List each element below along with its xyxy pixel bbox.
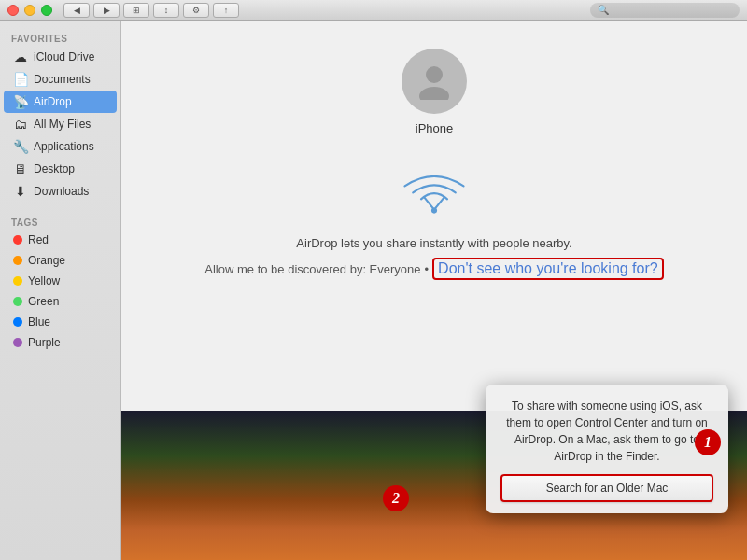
popup-text: To share with someone using iOS, ask the…: [500, 398, 713, 465]
airdrop-signal-icon: [402, 163, 467, 223]
device-avatar: [402, 49, 467, 114]
sidebar-item-blue[interactable]: Blue: [4, 312, 117, 332]
landscape-background: To share with someone using iOS, ask the…: [121, 411, 747, 560]
action-button[interactable]: ⚙: [183, 3, 209, 18]
content-pane: iPhone AirDrop lets you s: [121, 21, 747, 560]
main-layout: Favorites ☁ iCloud Drive 📄 Documents 📡 A…: [0, 21, 747, 560]
dont-see-link[interactable]: Don't see who you're looking for?: [432, 258, 664, 280]
discovery-prefix: Allow me to be discovered by: Everyone: [204, 262, 420, 276]
red-dot-icon: [13, 235, 22, 245]
titlebar-search[interactable]: 🔍: [590, 3, 740, 18]
airdrop-description: AirDrop lets you share instantly with pe…: [296, 236, 571, 250]
sidebar-item-label: Green: [28, 295, 59, 308]
airdrop-area: iPhone AirDrop lets you s: [121, 21, 747, 411]
all-my-files-icon: 🗂: [13, 117, 28, 132]
person-icon: [416, 63, 453, 100]
titlebar-controls: ◀ ▶ ⊞ ↕ ⚙ ↑: [63, 3, 239, 18]
close-button[interactable]: [7, 5, 19, 16]
arrange-button[interactable]: ↕: [153, 3, 179, 18]
back-button[interactable]: ◀: [63, 3, 90, 18]
maximize-button[interactable]: [41, 5, 52, 16]
traffic-lights: [7, 5, 52, 16]
sidebar-item-purple[interactable]: Purple: [4, 332, 117, 353]
orange-dot-icon: [13, 256, 22, 265]
airdrop-icon: 📡: [13, 94, 28, 109]
sidebar-item-label: Downloads: [34, 185, 89, 198]
favorites-label: Favorites: [0, 28, 120, 46]
documents-icon: 📄: [13, 72, 28, 87]
sidebar-item-label: AirDrop: [34, 95, 72, 108]
device-section: iPhone: [402, 49, 467, 135]
blue-dot-icon: [13, 317, 22, 327]
sidebar-item-yellow[interactable]: Yellow: [4, 271, 117, 291]
sidebar-item-label: Purple: [28, 336, 61, 349]
sidebar-item-label: Applications: [34, 140, 94, 153]
search-older-mac-button[interactable]: Search for an Older Mac: [500, 474, 713, 502]
yellow-dot-icon: [13, 276, 22, 286]
bullet: •: [425, 262, 430, 276]
discovery-row: Allow me to be discovered by: Everyone •…: [204, 258, 663, 280]
share-button[interactable]: ↑: [213, 3, 239, 18]
sidebar-item-airdrop[interactable]: 📡 AirDrop: [4, 91, 117, 113]
sidebar-item-label: Documents: [34, 73, 91, 86]
sidebar-item-icloud-drive[interactable]: ☁ iCloud Drive: [4, 46, 117, 68]
sidebar-item-all-my-files[interactable]: 🗂 All My Files: [4, 113, 117, 135]
sidebar-item-downloads[interactable]: ⬇ Downloads: [4, 180, 117, 203]
sidebar-item-applications[interactable]: 🔧 Applications: [4, 135, 117, 158]
sidebar-item-label: All My Files: [34, 118, 91, 131]
annotation-1: 1: [695, 429, 721, 455]
green-dot-icon: [13, 297, 22, 306]
search-icon: 🔍: [598, 5, 609, 15]
desktop-icon: 🖥: [13, 161, 28, 176]
sidebar-item-label: Yellow: [28, 274, 60, 287]
sidebar-item-label: Blue: [28, 315, 50, 329]
purple-dot-icon: [13, 338, 22, 347]
sidebar-item-green[interactable]: Green: [4, 291, 117, 312]
sidebar-item-orange[interactable]: Orange: [4, 250, 117, 271]
svg-point-2: [431, 208, 437, 214]
minimize-button[interactable]: [24, 5, 35, 16]
svg-point-1: [419, 87, 449, 100]
sidebar-item-label: Desktop: [34, 162, 75, 175]
icloud-drive-icon: ☁: [13, 49, 28, 64]
sidebar-item-documents[interactable]: 📄 Documents: [4, 68, 117, 91]
forward-button[interactable]: ▶: [93, 3, 120, 18]
airdrop-popup: To share with someone using iOS, ask the…: [486, 385, 728, 513]
annotation-2: 2: [383, 485, 409, 511]
tags-label: Tags: [0, 212, 120, 230]
sidebar-item-red[interactable]: Red: [4, 230, 117, 250]
device-name: iPhone: [416, 121, 453, 135]
sidebar-item-label: Orange: [28, 254, 65, 267]
sidebar-item-label: iCloud Drive: [34, 50, 94, 63]
svg-point-0: [426, 66, 443, 83]
view-button[interactable]: ⊞: [123, 3, 149, 18]
downloads-icon: ⬇: [13, 184, 28, 199]
titlebar: ◀ ▶ ⊞ ↕ ⚙ ↑ 🔍: [0, 0, 747, 21]
sidebar-item-label: Red: [28, 233, 49, 246]
sidebar-item-desktop[interactable]: 🖥 Desktop: [4, 158, 117, 180]
applications-icon: 🔧: [13, 139, 28, 154]
sidebar: Favorites ☁ iCloud Drive 📄 Documents 📡 A…: [0, 21, 121, 560]
